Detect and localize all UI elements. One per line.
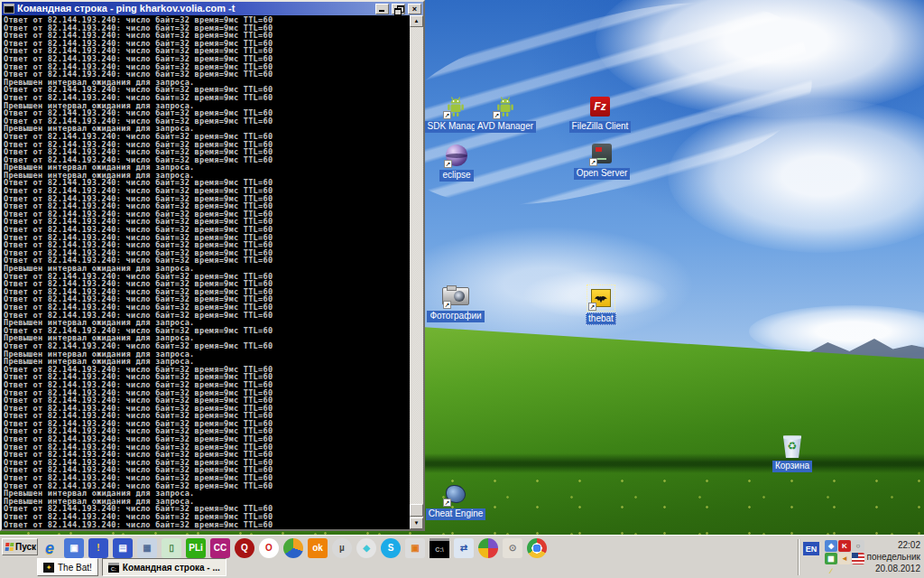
desktop-icon-cheat-engine[interactable]: ↗ Cheat Engine [421,481,490,520]
taskbar-button-thebat[interactable]: ✦ The Bat! [37,558,98,576]
ql-floppy[interactable]: ▤ [113,538,133,558]
ql-pli[interactable]: PLi [186,538,206,558]
shortcut-arrow-icon: ↗ [443,499,451,507]
tray-network-card[interactable]: ▦ [825,553,837,564]
tray-wand[interactable]: ∕ [825,565,837,577]
thebat-icon: ↗ [587,285,614,311]
desktop: ↗ SDK Manager ↗ AVD Manager Fz FileZilla… [0,0,924,578]
taskbar-button-cmd[interactable]: C: Командная строка - ... [102,558,226,576]
desktop-icon-label: eclipse [439,170,473,182]
desktop-icon-label: Cheat Engine [426,508,486,520]
desktop-icon-label: FileZilla Client [569,121,632,133]
ql-opera[interactable]: O [259,538,279,558]
ql-phone-gadget[interactable]: ▯ [162,538,181,558]
ql-ubf-search[interactable]: ⊙ [503,538,522,558]
filezilla-icon: Fz [587,94,614,119]
desktop-icon-eclipse[interactable]: ↗ eclipse [422,143,491,182]
start-button-label: Пуск [15,542,36,552]
scroll-up-button[interactable]: ▲ [410,15,423,27]
desktop-icon-label: Корзина [772,461,812,472]
scroll-down-button[interactable]: ▼ [410,517,423,529]
tray-separator [798,539,799,575]
ql-odnoklassniki[interactable]: ok [308,538,328,558]
ql-picasa[interactable] [478,538,498,558]
quick-launch-bar: e▣!▤▦▯PLiCCQOokµ◆S▣C:\⇄⊙ [40,537,547,559]
ql-skype[interactable]: S [381,538,401,558]
shortcut-arrow-icon: ↗ [589,158,597,166]
ql-globe-ball[interactable] [283,538,303,558]
eclipse-icon: ↗ [443,143,470,168]
ql-calculator[interactable]: ▦ [137,538,157,558]
tray-antivirus[interactable]: K [838,540,851,552]
ql-internet-explorer[interactable]: e [40,538,60,558]
language-indicator[interactable]: EN [803,542,819,555]
recycle-bin-icon: ♻ [779,434,806,459]
cmd-icon: C: [108,563,119,573]
command-prompt-window: Командная строка - ping kharkov.volia.co… [0,0,425,531]
ql-chrome[interactable] [527,538,547,558]
tray-volume[interactable]: ◄ [838,553,851,564]
task-button-label: Командная строка - ... [123,563,220,573]
tray-scheduler[interactable]: ○ [852,540,864,552]
scrollbar-thumb[interactable] [410,504,423,517]
console-line: Ответ от 82.144.193.240: число байт=32 в… [4,521,410,529]
ql-sims[interactable]: ◆ [356,538,376,558]
ql-mail-window[interactable]: ▣ [64,538,84,558]
windows-flag-icon [5,543,14,551]
shortcut-arrow-icon: ↗ [493,111,501,119]
ql-network-computers[interactable]: ⇄ [454,538,474,558]
camera-icon: ↗ [442,284,469,309]
minimize-button[interactable] [375,4,389,14]
shortcut-arrow-icon: ↗ [588,303,596,311]
desktop-icon-thebat[interactable]: ↗ thebat [567,285,635,325]
scrollbar-track[interactable] [410,27,423,517]
tray-messenger[interactable]: ◈ [825,540,837,552]
start-button[interactable]: Пуск [2,538,38,555]
shortcut-arrow-icon: ↗ [443,111,451,119]
ql-qip[interactable]: Q [235,538,254,558]
desktop-icon-label: Фотографии [427,311,484,322]
tray-icons: ◈K○▦◄∕ [825,540,867,577]
scrollbar[interactable]: ▲ ▼ [410,15,423,529]
clock-weekday: понедельник [864,551,920,563]
android-icon: ↗ [442,94,469,119]
shortcut-arrow-icon: ↗ [444,160,452,168]
desktop-icon-filezilla[interactable]: Fz FileZilla Client [566,94,634,133]
clock-date: 20.08.2012 [864,563,920,574]
console-output[interactable]: Ответ от 82.144.193.240: число байт=32 в… [2,15,410,529]
desktop-icon-label: AVD Manager [475,121,536,133]
android-icon: ↗ [492,94,519,119]
cmd-icon [4,4,14,14]
ql-cmd[interactable]: C:\ [430,538,449,558]
desktop-icon-open-server[interactable]: ↗ Open Server [568,141,636,180]
desktop-icon-avd-manager[interactable]: ↗ AVD Manager [471,94,540,133]
ql-cc-club[interactable]: CC [210,538,230,558]
ql-utorrent[interactable]: µ [332,538,352,558]
tray-us-flag[interactable] [852,553,864,564]
task-button-label: The Bat! [58,563,92,573]
taskbar: Пуск e▣!▤▦▯PLiCCQOokµ◆S▣C:\⇄⊙ ✦ The Bat!… [0,535,924,578]
desktop-icon-label: Open Server [574,168,631,180]
shortcut-arrow-icon: ↗ [443,301,451,309]
clock-time: 22:02 [864,539,920,551]
close-button[interactable]: × [408,4,421,14]
thebat-icon: ✦ [43,563,54,573]
cheat-engine-icon: ↗ [442,481,469,507]
restore-button[interactable] [392,4,405,14]
desktop-icon-label: thebat [586,312,616,325]
task-buttons: ✦ The Bat! C: Командная строка - ... [37,558,226,576]
clock[interactable]: 22:02 понедельник 20.08.2012 [864,539,920,574]
ql-vmware[interactable]: ▣ [405,538,425,558]
window-title: Командная строка - ping kharkov.volia.co… [17,3,373,14]
ql-floppy-warning[interactable]: ! [88,538,108,558]
window-titlebar[interactable]: Командная строка - ping kharkov.volia.co… [2,2,423,15]
open-server-icon: ↗ [588,141,615,166]
desktop-icon-photos[interactable]: ↗ Фотографии [421,284,490,322]
desktop-icon-recycle-bin[interactable]: ♻ Корзина [758,434,827,472]
